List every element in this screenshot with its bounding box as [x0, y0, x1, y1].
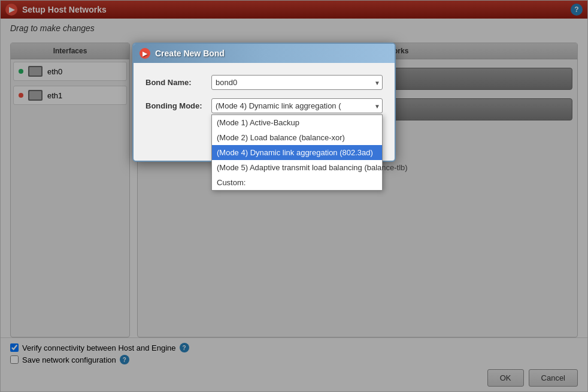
bonding-mode-select-wrapper: (Mode 4) Dynamic link aggregation ( ▼ [211, 98, 383, 113]
bond-name-select-wrapper: bond0 ▼ [211, 75, 383, 90]
dialog-title-bar: ▶ Create New Bond [134, 44, 395, 63]
bonding-mode-dropdown: (Mode 1) Active-Backup (Mode 2) Load bal… [211, 114, 383, 191]
bonding-mode-label: Bonding Mode: [146, 101, 211, 110]
main-window: ▶ Setup Host Networks ? Drag to make cha… [0, 0, 588, 392]
bond-name-select[interactable]: bond0 [211, 75, 383, 90]
bonding-mode-row: Bonding Mode: (Mode 4) Dynamic link aggr… [146, 98, 383, 113]
dialog-title: Create New Bond [155, 49, 225, 58]
bonding-mode-input-wrapper: (Mode 4) Dynamic link aggregation ( ▼ (M… [211, 98, 383, 113]
dialog-body: Bond Name: bond0 ▼ Bonding Mode: [134, 63, 395, 134]
dialog-title-icon: ▶ [140, 48, 150, 59]
bonding-mode-value: (Mode 4) Dynamic link aggregation ( [216, 101, 368, 110]
bond-name-input-wrapper: bond0 ▼ [211, 75, 383, 90]
dropdown-item-custom[interactable]: Custom: [212, 175, 382, 190]
bond-name-label: Bond Name: [146, 78, 211, 87]
dropdown-item-mode4[interactable]: (Mode 4) Dynamic link aggregation (802.3… [212, 145, 382, 160]
dropdown-item-mode1[interactable]: (Mode 1) Active-Backup [212, 115, 382, 130]
bond-name-row: Bond Name: bond0 ▼ [146, 75, 383, 90]
create-bond-dialog: ▶ Create New Bond Bond Name: bond0 ▼ [132, 43, 396, 162]
dropdown-item-mode2[interactable]: (Mode 2) Load balance (balance-xor) [212, 130, 382, 145]
dropdown-item-mode5[interactable]: (Mode 5) Adaptive transmit load balancin… [212, 160, 382, 175]
bonding-mode-select[interactable]: (Mode 4) Dynamic link aggregation ( [211, 98, 383, 113]
